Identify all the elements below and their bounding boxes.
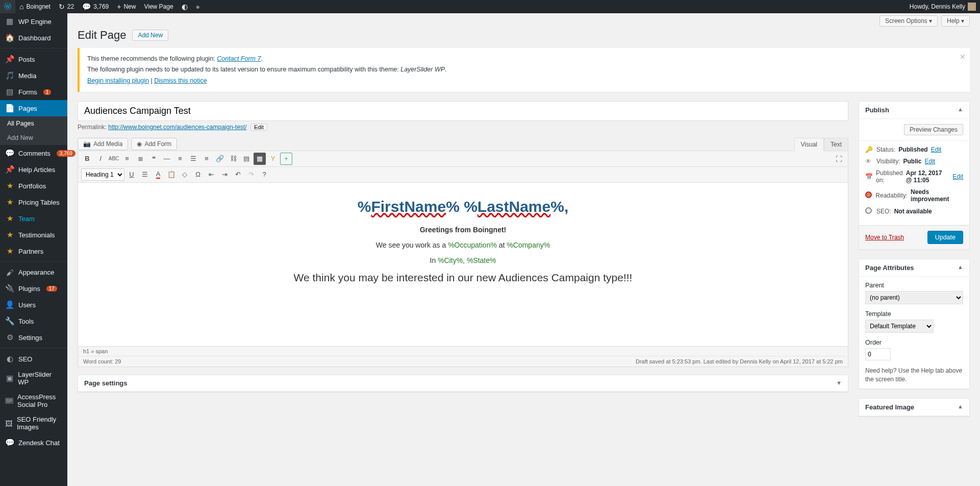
- sidebar-item-partners[interactable]: ★Partners: [0, 243, 67, 259]
- sidebar-item-comments[interactable]: 💬Comments3,769: [0, 145, 67, 161]
- underline-button[interactable]: U: [125, 168, 138, 181]
- view-page-link[interactable]: View Page: [140, 0, 177, 13]
- editor-content[interactable]: %FirstName% %LastName%, Greetings from B…: [78, 183, 848, 346]
- dismiss-link[interactable]: Dismiss this notice: [154, 77, 207, 84]
- page-title: Edit Page: [78, 29, 126, 42]
- element-path[interactable]: h1 » span: [78, 347, 848, 356]
- visual-tab[interactable]: Visual: [794, 138, 824, 151]
- grid-icon: ▦: [5, 17, 14, 26]
- clear-button[interactable]: ◇: [179, 168, 191, 181]
- char-button[interactable]: Ω: [192, 168, 204, 181]
- sidebar-item-seofriendly[interactable]: 🖼SEO Friendly Images: [0, 412, 67, 434]
- ul-button[interactable]: ≡: [121, 153, 133, 165]
- template-select[interactable]: Default Template: [865, 320, 934, 333]
- trash-link[interactable]: Move to Trash: [865, 234, 904, 241]
- help-button[interactable]: Help ▾: [941, 15, 970, 27]
- install-plugin-link[interactable]: Begin installing plugin: [87, 77, 149, 84]
- updates-link[interactable]: ↻22: [55, 0, 78, 13]
- order-input[interactable]: [865, 348, 891, 360]
- wp-logo[interactable]: ⓦ: [0, 0, 15, 13]
- help-editor-button[interactable]: ?: [258, 168, 270, 181]
- seo-toolbar[interactable]: ◐: [178, 0, 192, 13]
- featured-image-header[interactable]: Featured Image▲: [859, 399, 969, 416]
- add-form-button[interactable]: ◉Add Form: [131, 138, 177, 150]
- sidebar-item-tools[interactable]: 🔧Tools: [0, 313, 67, 329]
- screen-options-button[interactable]: Screen Options ▾: [880, 15, 938, 27]
- publish-header[interactable]: Publish▲: [859, 102, 969, 119]
- add-media-button[interactable]: 📷Add Media: [78, 138, 128, 150]
- sidebar-item-media[interactable]: 🎵Media: [0, 67, 67, 84]
- edit-visibility-link[interactable]: Edit: [924, 158, 935, 165]
- strike-button[interactable]: ABC: [108, 153, 120, 165]
- sidebar-item-zendesk[interactable]: 💬Zendesk Chat: [0, 434, 67, 451]
- sidebar-item-settings[interactable]: ⚙Settings: [0, 329, 67, 346]
- sidebar-item-pricing[interactable]: ★Pricing Tables: [0, 194, 67, 210]
- sidebar-item-seo[interactable]: ◐SEO: [0, 351, 67, 367]
- edit-permalink-button[interactable]: Edit: [250, 124, 267, 131]
- page-title-input[interactable]: [78, 101, 848, 121]
- page-icon: 📄: [5, 104, 14, 113]
- paste-button[interactable]: 📋: [165, 168, 178, 181]
- unlink-button[interactable]: ⛓: [227, 153, 239, 165]
- parent-select[interactable]: (no parent): [865, 291, 963, 304]
- undo-button[interactable]: ↶: [232, 168, 244, 181]
- sidebar-item-testimonials[interactable]: ★Testimonials: [0, 227, 67, 243]
- fullscreen-button[interactable]: ⛶: [833, 153, 845, 165]
- permalink-link[interactable]: http://www.boingnet.com/audiences-campai…: [108, 124, 247, 131]
- sidebar-item-layerslider[interactable]: ▣LayerSlider WP: [0, 367, 67, 390]
- attributes-header[interactable]: Page Attributes▲: [859, 259, 969, 277]
- textcolor-button[interactable]: A: [152, 168, 164, 181]
- toolbar-toggle-button[interactable]: ▦: [254, 153, 266, 165]
- plug-icon: 🔌: [5, 284, 14, 293]
- outdent-button[interactable]: ⇤: [205, 168, 217, 181]
- align-left-button[interactable]: ≡: [174, 153, 186, 165]
- link-button[interactable]: 🔗: [214, 153, 226, 165]
- site-link[interactable]: ⌂Boingnet: [15, 0, 55, 13]
- add-new-button[interactable]: Add New: [132, 30, 168, 41]
- sidebar-item-portfolios[interactable]: ★Portfolios: [0, 178, 67, 194]
- align-right-button[interactable]: ≡: [200, 153, 213, 165]
- plugin-link[interactable]: Contact Form 7: [217, 55, 261, 62]
- justify-button[interactable]: ☰: [139, 168, 151, 181]
- bold-button[interactable]: B: [81, 153, 93, 165]
- sidebar-item-plugins[interactable]: 🔌Plugins17: [0, 280, 67, 297]
- update-button[interactable]: Update: [927, 231, 963, 244]
- sidebar-item-posts[interactable]: 📌Posts: [0, 51, 67, 67]
- sidebar-item-users[interactable]: 👤Users: [0, 297, 67, 313]
- preview-button[interactable]: Preview Changes: [904, 124, 963, 135]
- indent-button[interactable]: ⇥: [218, 168, 231, 181]
- text-tab[interactable]: Text: [824, 138, 848, 151]
- edit-status-link[interactable]: Edit: [931, 146, 942, 153]
- edit-date-link[interactable]: Edit: [952, 173, 963, 180]
- extra-toolbar[interactable]: ●: [192, 0, 204, 13]
- yoast-button[interactable]: Y: [267, 153, 279, 165]
- align-center-button[interactable]: ☰: [187, 153, 199, 165]
- format-select[interactable]: Heading 1: [81, 168, 124, 181]
- sidebar-item-wpengine[interactable]: ▦WP Engine: [0, 13, 67, 30]
- comments-link[interactable]: 💬3,769: [78, 0, 113, 13]
- page-settings-header[interactable]: Page settings▼: [78, 375, 848, 392]
- sidebar-item-help[interactable]: 📌Help Articles: [0, 161, 67, 178]
- sidebar-item-dashboard[interactable]: 🏠Dashboard: [0, 30, 67, 46]
- hr-button[interactable]: —: [161, 153, 173, 165]
- sidebar-item-forms[interactable]: ▤Forms1: [0, 84, 67, 100]
- italic-button[interactable]: I: [94, 153, 107, 165]
- insert-button[interactable]: +: [280, 153, 292, 165]
- sidebar-subitem-addnew[interactable]: Add New: [0, 131, 67, 145]
- redo-button[interactable]: ↷: [245, 168, 257, 181]
- new-link[interactable]: +New: [113, 0, 140, 13]
- sidebar-item-accesspress[interactable]: SPAccessPress Social Pro: [0, 390, 67, 412]
- sidebar-item-team[interactable]: ★Team: [0, 210, 67, 227]
- content-greeting: Greetings from Boingnet!: [98, 226, 827, 234]
- seo-icon: ◐: [182, 3, 188, 11]
- sidebar-item-appearance[interactable]: 🖌Appearance: [0, 264, 67, 280]
- plus-icon: +: [117, 3, 121, 11]
- sidebar-item-pages[interactable]: 📄Pages: [0, 100, 67, 116]
- star-icon: ★: [5, 247, 14, 256]
- close-icon[interactable]: ✕: [960, 51, 966, 63]
- sidebar-subitem-allpages[interactable]: All Pages: [0, 116, 67, 131]
- more-button[interactable]: ▤: [240, 153, 253, 165]
- quote-button[interactable]: ❝: [147, 153, 160, 165]
- user-menu[interactable]: Howdy, Dennis Kelly: [906, 0, 980, 13]
- ol-button[interactable]: ≣: [134, 153, 146, 165]
